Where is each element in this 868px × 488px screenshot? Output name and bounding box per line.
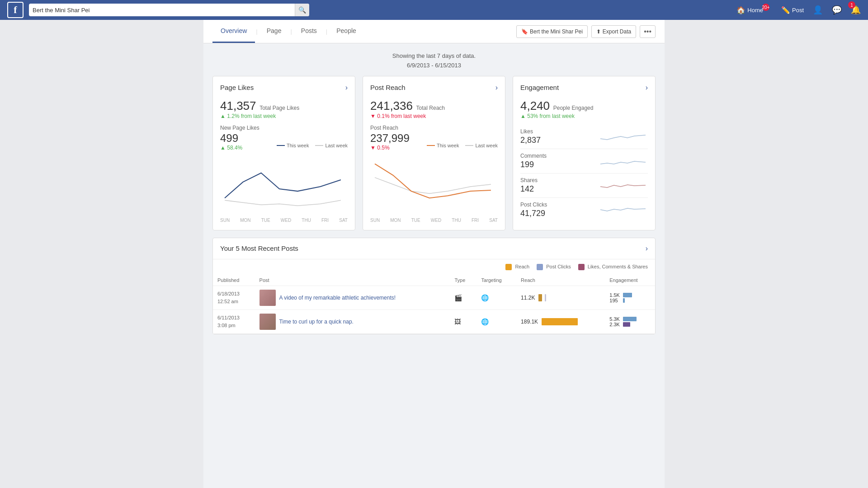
stats-row: Page Likes › 41,357 Total Page Likes ▲ 1… — [203, 76, 665, 238]
recent-posts-arrow[interactable]: › — [646, 244, 648, 253]
page-selector-icon: 🔖 — [521, 28, 528, 35]
date-info: Showing the last 7 days of data. 6/9/201… — [203, 43, 665, 76]
page-likes-chart — [220, 153, 348, 216]
home-nav-item[interactable]: 🏠 Home 20+ — [736, 6, 772, 14]
post-engagement-cell: 1.5K 195 — [605, 286, 655, 310]
post-clicks-mini-chart — [598, 203, 648, 216]
reach-label-tue: TUE — [411, 218, 420, 223]
tab-divider-2: | — [290, 28, 292, 35]
top-navigation: f 🔍 🏠 Home 20+ ✏️ Post 👤 💬 🔔1 — [0, 0, 868, 20]
comments-stat-info: Comments 199 — [520, 153, 547, 169]
tabs: Overview | Page | Posts | People — [212, 20, 516, 43]
tab-people[interactable]: People — [328, 20, 364, 43]
label-sat: SAT — [339, 218, 348, 223]
new-page-likes-change: ▲ 58.4% — [220, 145, 242, 151]
export-data-button[interactable]: ⬆ Export Data — [591, 25, 636, 38]
notifications-icon: 🔔1 — [851, 5, 861, 15]
reach-label-wed: WED — [431, 218, 441, 223]
shares-value: 142 — [520, 184, 538, 194]
eng-bars-stack-2 — [623, 317, 637, 327]
post-nav-item[interactable]: ✏️ Post — [781, 6, 804, 14]
posts-table: Published Post Type Targeting Reach Enga… — [213, 275, 655, 334]
recent-posts-title: Your 5 Most Recent Posts — [220, 244, 298, 252]
tab-overview[interactable]: Overview — [212, 20, 255, 43]
engagement-stats: Likes 2,837 Comments 199 — [520, 125, 648, 222]
reach-label-thu: THU — [452, 218, 461, 223]
post-reach-x-labels: SUN MON TUE WED THU FRI SAT — [370, 218, 498, 223]
recent-posts-header: Your 5 Most Recent Posts › — [213, 238, 655, 259]
search-bar[interactable]: 🔍 — [29, 4, 309, 16]
search-input[interactable] — [29, 7, 295, 14]
post-targeting-cell-2: 🌐 — [476, 310, 516, 333]
post-type-cell: 🎬 — [450, 286, 476, 310]
post-label: Post — [792, 7, 804, 14]
search-button[interactable]: 🔍 — [295, 4, 309, 16]
post-reach-sub-num: 237,999 — [370, 132, 410, 145]
post-reach-total-label: Total Reach — [416, 105, 445, 111]
page-likes-arrow[interactable]: › — [345, 84, 348, 92]
post-thumbnail-2 — [259, 314, 276, 330]
post-date: 6/18/2013 — [217, 290, 250, 298]
home-badge: 20+ — [762, 4, 769, 11]
reach-value: 11.2K — [521, 295, 535, 301]
page-selector-label: Bert the Mini Shar Pei — [530, 28, 583, 35]
page-likes-card: Page Likes › 41,357 Total Page Likes ▲ 1… — [212, 76, 355, 230]
engagement-bars-2: 5.3K 2.3K — [609, 316, 651, 327]
engagement-arrow[interactable]: › — [646, 84, 648, 92]
engagement-title: Engagement — [520, 84, 559, 91]
post-time: 12:52 am — [217, 298, 250, 305]
messages-nav-item[interactable]: 💬 — [832, 5, 842, 15]
recent-posts-section: Your 5 Most Recent Posts › Reach Post Cl… — [212, 238, 656, 334]
reach-label-sat: SAT — [489, 218, 498, 223]
friends-nav-item[interactable]: 👤 — [813, 5, 823, 15]
label-tue: TUE — [261, 218, 270, 223]
tabs-bar: Overview | Page | Posts | People 🔖 Bert … — [203, 20, 665, 43]
reach-swatch — [505, 264, 512, 270]
engagement-total-num: 4,240 — [520, 99, 550, 113]
tab-divider-3: | — [326, 28, 327, 35]
likes-label: Likes — [520, 128, 541, 135]
comments-mini-chart — [598, 154, 648, 168]
col-engagement: Engagement — [605, 275, 655, 286]
new-page-likes-num: 499 — [220, 132, 242, 145]
likes-mini-chart — [598, 130, 648, 143]
post-reach-cell-2: 189.1K — [516, 310, 605, 333]
col-reach: Reach — [516, 275, 605, 286]
post-title-link[interactable]: A video of my remarkable athletic achiev… — [279, 295, 396, 301]
home-label: Home — [747, 7, 763, 14]
post-title-link-2[interactable]: Time to curl up for a quick nap. — [279, 319, 354, 325]
reach-legend-last-week-label: Last week — [475, 143, 498, 148]
post-reach-total-row: 241,336 Total Reach — [370, 99, 498, 113]
post-date-2: 6/11/2013 — [217, 314, 250, 322]
post-date-cell-2: 6/11/2013 3:08 pm — [213, 310, 255, 333]
video-icon: 🎬 — [454, 294, 462, 301]
post-clicks-stat-row: Post Clicks 41,729 — [520, 198, 648, 222]
page-selector-button[interactable]: 🔖 Bert the Mini Shar Pei — [516, 25, 588, 38]
notifications-nav-item[interactable]: 🔔1 — [851, 5, 861, 15]
tab-posts[interactable]: Posts — [293, 20, 325, 43]
post-reach-title: Post Reach — [370, 84, 406, 91]
label-mon: MON — [240, 218, 250, 223]
likes-value: 2,837 — [520, 136, 541, 145]
shares-stat-info: Shares 142 — [520, 177, 538, 194]
likes-comments-swatch — [578, 264, 585, 270]
reach-bar — [538, 294, 542, 301]
post-reach-arrow[interactable]: › — [495, 84, 498, 92]
likes-comments-shares-legend: Likes, Comments & Shares — [578, 264, 648, 270]
date-line1: Showing the last 7 days of data. — [203, 52, 665, 61]
post-reach-sub-num-block: 237,999 ▼ 0.5% — [370, 132, 410, 151]
eng-bar-bottom — [623, 298, 625, 303]
legend-dot-dark — [277, 145, 285, 146]
tab-divider-1: | — [256, 28, 257, 35]
more-options-button[interactable]: ••• — [640, 25, 656, 38]
engagement-total-label: People Engaged — [553, 105, 594, 111]
post-clicks-value: 41,729 — [520, 209, 547, 218]
post-time-2: 3:08 pm — [217, 322, 250, 329]
post-reach-cell: 11.2K — [516, 286, 605, 310]
legend-last-week: Last week — [315, 143, 348, 148]
posts-table-head: Published Post Type Targeting Reach Enga… — [213, 275, 655, 286]
tab-page[interactable]: Page — [259, 20, 290, 43]
comments-stat-row: Comments 199 — [520, 149, 648, 174]
label-fri: FRI — [321, 218, 329, 223]
reach-legend-this-week: This week — [427, 143, 459, 148]
